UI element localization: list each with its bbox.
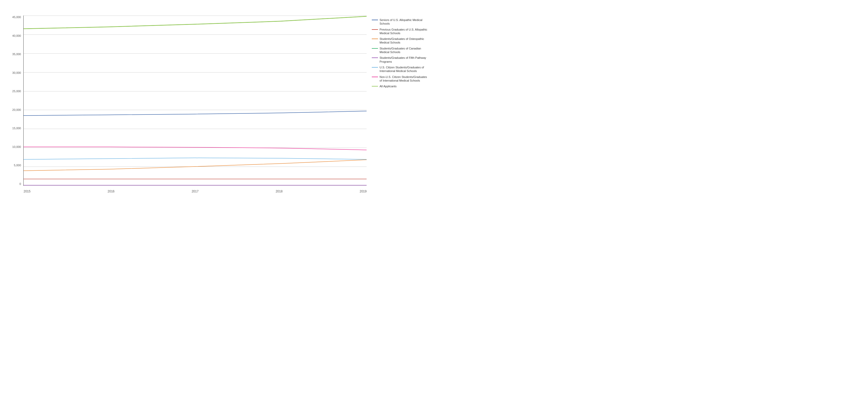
chart-line-2 <box>24 160 367 171</box>
legend-label: All Applicants <box>379 84 396 88</box>
legend-item: Previous Graduates of U.S. Allopathic Me… <box>372 28 429 35</box>
chart-line-5 <box>24 158 367 160</box>
y-axis-label: 5,000 <box>4 164 21 167</box>
x-axis-labels: 20152016201720182019 <box>24 189 367 193</box>
legend-line-color <box>372 48 378 49</box>
y-axis-label: 10,000 <box>4 145 21 148</box>
legend-label: Students/Graduates of Canadian Medical S… <box>379 47 429 54</box>
x-axis-label: 2019 <box>360 189 367 193</box>
legend-label: U.S. Citizen Students/Graduates of Inter… <box>379 66 429 73</box>
legend-line-color <box>372 77 378 77</box>
legend-item: Seniors of U.S. Allopathic Medical Schoo… <box>372 18 429 26</box>
legend-line-color <box>372 29 378 30</box>
x-axis-label: 2015 <box>24 189 31 193</box>
legend-item: Students/Graduates of Osteopathic Medica… <box>372 37 429 44</box>
legend-line-color <box>372 20 378 20</box>
legend-label: Previous Graduates of U.S. Allopathic Me… <box>379 28 429 35</box>
chart-line-3 <box>24 16 367 29</box>
x-axis-label: 2017 <box>192 189 198 193</box>
legend-line-color <box>372 67 378 68</box>
legend-item: Students/Graduates of Fifth Pathway Prog… <box>372 56 429 64</box>
y-axis-labels: 45,00040,00035,00030,00025,00020,00015,0… <box>4 15 21 185</box>
legend-line-color <box>372 58 378 58</box>
x-axis-label: 2016 <box>107 189 115 193</box>
legend-item: U.S. Citizen Students/Graduates of Inter… <box>372 66 429 73</box>
y-axis-label: 25,000 <box>4 90 21 93</box>
y-axis-label: 35,000 <box>4 53 21 56</box>
chart-legend: Seniors of U.S. Allopathic Medical Schoo… <box>367 15 429 186</box>
y-axis-label: 45,000 <box>4 15 21 19</box>
chart-plot: 45,00040,00035,00030,00025,00020,00015,0… <box>23 15 367 186</box>
legend-line-color <box>372 86 378 86</box>
legend-line-color <box>372 39 378 39</box>
chart-area: 45,00040,00035,00030,00025,00020,00015,0… <box>23 15 429 186</box>
y-axis-label: 30,000 <box>4 71 21 74</box>
legend-item: All Applicants <box>372 84 429 88</box>
chart-line-6 <box>24 147 367 150</box>
legend-item: Students/Graduates of Canadian Medical S… <box>372 47 429 54</box>
chart-container: 45,00040,00035,00030,00025,00020,00015,0… <box>0 0 434 209</box>
y-axis-label: 20,000 <box>4 108 21 111</box>
legend-item: Non-U.S. Citizen Students/Graduates of I… <box>372 75 429 82</box>
y-axis-label: 15,000 <box>4 127 21 130</box>
x-axis-label: 2018 <box>276 189 283 193</box>
chart-line-7 <box>24 16 367 29</box>
chart-lines <box>24 15 367 185</box>
chart-line-0 <box>24 111 367 115</box>
grid-line <box>24 185 367 186</box>
legend-label: Non-U.S. Citizen Students/Graduates of I… <box>379 75 429 82</box>
y-axis-label: 0 <box>4 182 21 185</box>
legend-label: Students/Graduates of Osteopathic Medica… <box>379 37 429 44</box>
legend-label: Seniors of U.S. Allopathic Medical Schoo… <box>379 18 429 26</box>
legend-label: Students/Graduates of Fifth Pathway Prog… <box>379 56 429 64</box>
y-axis-label: 40,000 <box>4 34 21 37</box>
